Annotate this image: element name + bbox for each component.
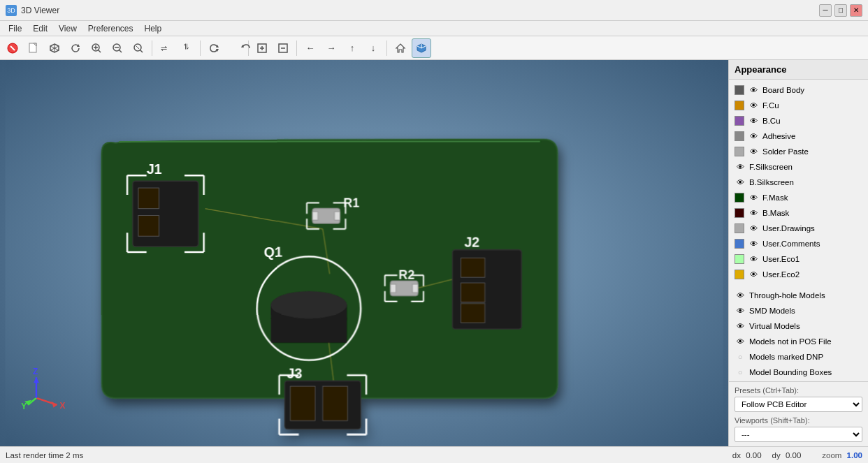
layer-user-comments[interactable]: 👁 User.Comments [729, 236, 868, 251]
layer-color-board-body [735, 85, 744, 95]
layer-user-eco2[interactable]: 👁 User.Eco2 [729, 267, 868, 282]
last-render-text: Last render time 2 ms [6, 451, 83, 460]
layer-label-bmask: B.Mask [762, 209, 862, 217]
eye-bounding-boxes[interactable]: ○ [735, 367, 746, 378]
title-bar-left: 3D 3D Viewer [6, 5, 59, 16]
menu-file[interactable]: File [3, 22, 27, 35]
stop-button[interactable] [3, 38, 22, 58]
model-through-hole[interactable]: 👁 Through-hole Models [729, 288, 868, 303]
view-shrink-button[interactable] [273, 38, 293, 58]
eye-solder-paste[interactable]: 👁 [748, 146, 759, 157]
eye-board-body[interactable]: 👁 [748, 84, 759, 96]
cube-view-button[interactable] [45, 38, 64, 58]
model-label-virtual: Virtual Models [749, 322, 862, 330]
flip-y-button[interactable]: ⇌ [177, 38, 196, 58]
separator-text [729, 380, 868, 381]
new-button[interactable] [24, 38, 43, 58]
eye-fcu[interactable]: 👁 [748, 100, 759, 111]
menu-help[interactable]: Help [139, 22, 168, 35]
svg-line-18 [136, 46, 139, 49]
layer-bmask[interactable]: 👁 B.Mask [729, 205, 868, 221]
pan-down-button[interactable]: ↓ [363, 38, 383, 58]
eye-user-eco1[interactable]: 👁 [748, 253, 759, 265]
layer-color-user-drawings [735, 223, 744, 233]
svg-rect-62 [290, 386, 315, 420]
zoom-fit-button[interactable] [129, 38, 148, 58]
flip-x-button[interactable]: ⇌ [156, 38, 175, 58]
eye-virtual[interactable]: 👁 [735, 321, 746, 332]
reload-button[interactable] [66, 38, 85, 58]
rotate-ccw-button[interactable] [225, 38, 245, 58]
viewport-3d[interactable]: J1 R1 [0, 60, 728, 446]
menu-preferences[interactable]: Preferences [82, 22, 139, 35]
model-virtual[interactable]: 👁 Virtual Models [729, 318, 868, 334]
zoom-out-button[interactable] [108, 38, 127, 58]
eye-bsilk[interactable]: 👁 [735, 177, 746, 188]
model-smd[interactable]: 👁 SMD Models [729, 303, 868, 318]
model-label-smd: SMD Models [749, 307, 862, 315]
layer-solder-paste[interactable]: 👁 Solder Paste [729, 144, 868, 159]
layer-label-bcu: B.Cu [762, 117, 862, 125]
eye-through-hole[interactable]: 👁 [735, 290, 746, 301]
layer-user-eco1[interactable]: 👁 User.Eco1 [729, 251, 868, 267]
pan-left-button[interactable]: ← [301, 38, 320, 58]
svg-rect-44 [312, 212, 318, 220]
layer-fmask[interactable]: 👁 F.Mask [729, 190, 868, 205]
title-bar-controls[interactable]: ─ □ ✕ [819, 4, 862, 17]
layer-board-body[interactable]: 👁 Board Body [729, 82, 868, 98]
eye-dnp[interactable]: ○ [735, 351, 746, 362]
menu-edit[interactable]: Edit [27, 22, 53, 35]
svg-rect-57 [461, 258, 485, 277]
model-not-in-pos[interactable]: 👁 Models not in POS File [729, 334, 868, 349]
status-coords: dx 0.00 dy 0.00 [732, 451, 802, 460]
pan-up-button[interactable]: ↑ [342, 38, 362, 58]
layer-fcu[interactable]: 👁 F.Cu [729, 98, 868, 113]
layer-fsilk[interactable]: 👁 F.Silkscreen [729, 159, 868, 175]
model-bounding-boxes[interactable]: ○ Model Bounding Boxes [729, 365, 868, 380]
svg-rect-63 [323, 386, 348, 420]
zoom-info: zoom 1.00 [822, 451, 862, 460]
rotate-cw-button[interactable] [204, 38, 224, 58]
layer-label-fmask: F.Mask [762, 193, 862, 202]
perspective-button[interactable] [412, 38, 431, 58]
layer-bsilk[interactable]: 👁 B.Silkscreen [729, 175, 868, 190]
dy-label-text: dy [772, 451, 781, 460]
svg-text:Z: Z [33, 367, 38, 376]
svg-text:J3: J3 [287, 365, 302, 381]
maximize-button[interactable]: □ [834, 4, 847, 17]
eye-bmask[interactable]: 👁 [748, 207, 759, 219]
eye-smd[interactable]: 👁 [735, 305, 746, 316]
minimize-button[interactable]: ─ [819, 4, 832, 17]
viewports-label: Viewports (Shift+Tab): [735, 416, 862, 425]
eye-bcu[interactable]: 👁 [748, 115, 759, 126]
zoom-value: 1.00 [847, 451, 862, 460]
view-enlarge-button[interactable] [252, 38, 272, 58]
eye-fsilk[interactable]: 👁 [735, 161, 746, 172]
model-dnp[interactable]: ○ Models marked DNP [729, 349, 868, 365]
menu-view[interactable]: View [53, 22, 82, 35]
eye-fmask[interactable]: 👁 [748, 192, 759, 203]
zoom-in-button[interactable] [87, 38, 106, 58]
separator-5 [386, 41, 387, 56]
svg-marker-29 [396, 44, 405, 52]
presets-select[interactable]: Follow PCB Editor [735, 397, 862, 412]
view-home-button[interactable] [391, 38, 410, 58]
layer-adhesive[interactable]: 👁 Adhesive [729, 128, 868, 144]
window-title: 3D Viewer [21, 6, 59, 15]
eye-adhesive[interactable]: 👁 [748, 131, 759, 142]
eye-user-eco2[interactable]: 👁 [748, 269, 759, 280]
layer-color-fcu [735, 101, 744, 110]
svg-text:R1: R1 [343, 196, 359, 210]
eye-user-drawings[interactable]: 👁 [748, 223, 759, 234]
layer-user-drawings[interactable]: 👁 User.Drawings [729, 221, 868, 236]
eye-user-comments[interactable]: 👁 [748, 238, 759, 249]
dx-value: 0.00 [746, 451, 761, 460]
status-bar: Last render time 2 ms dx 0.00 dy 0.00 zo… [0, 446, 868, 463]
layer-bcu[interactable]: 👁 B.Cu [729, 113, 868, 128]
close-button[interactable]: ✕ [850, 4, 862, 17]
svg-text:J2: J2 [464, 235, 479, 250]
viewports-select[interactable]: --- [735, 427, 862, 442]
pan-right-button[interactable]: → [321, 38, 341, 58]
eye-not-in-pos[interactable]: 👁 [735, 336, 746, 347]
svg-rect-41 [138, 215, 159, 236]
